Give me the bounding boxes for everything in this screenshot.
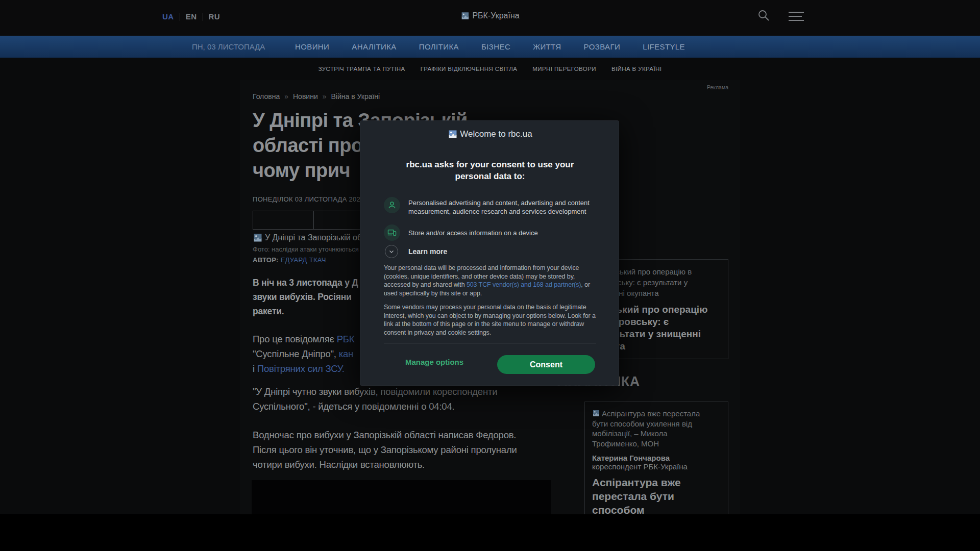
article-image-placeholder: У Дніпрі та Запорізькій об: [253, 233, 362, 243]
lang-en[interactable]: EN: [186, 12, 197, 21]
embed-placeholder[interactable]: [252, 480, 551, 514]
link-rbc[interactable]: РБК: [337, 334, 355, 344]
author-label: АВТОР:: [253, 256, 279, 264]
broken-image-icon: [460, 11, 470, 20]
article-paragraph-quote: "У Дніпрі чутно звуки вибухів, повідомил…: [253, 384, 538, 414]
nav-item-rozvahy[interactable]: РОЗВАГИ: [584, 42, 621, 51]
article-lead: В ніч на 3 листопада у Д звуки вибухів. …: [253, 276, 358, 318]
sidebar-interview-card[interactable]: Аспірантура вже перестала бути способом …: [584, 402, 728, 524]
consent-divider: [384, 343, 596, 343]
breadcrumb-separator: »: [323, 92, 327, 101]
vendors-link[interactable]: 503 TCF vendor(s) and 168 ad partner(s): [467, 281, 581, 288]
broken-image-icon: [448, 129, 458, 139]
learn-more-label[interactable]: Learn more: [408, 247, 447, 256]
menu-bar: [789, 20, 804, 21]
nav-item-lifestyle[interactable]: LIFESTYLE: [643, 42, 685, 51]
share-buttons: [253, 211, 375, 230]
navbar-menu: НОВИНИ АНАЛІТИКА ПОЛІТИКА БІЗНЕС ЖИТТЯ Р…: [0, 36, 980, 58]
menu-bar: [789, 12, 804, 13]
search-icon[interactable]: [756, 8, 771, 22]
nav-item-biznes[interactable]: БІЗНЕС: [481, 42, 510, 51]
consent-paragraph-2: Some vendors may process your personal d…: [384, 303, 598, 337]
learn-more-toggle[interactable]: [385, 245, 398, 258]
topics-strip: ЗУСТРІЧ ТРАМПА ТА ПУТІНА ГРАФІКИ ВІДКЛЮЧ…: [0, 58, 980, 80]
menu-bar: [789, 16, 802, 17]
consent-logo-alt: Welcome to rbc.ua: [460, 129, 532, 139]
lang-divider: [203, 13, 203, 21]
nav-item-polityka[interactable]: ПОЛІТИКА: [419, 42, 459, 51]
nav-item-zhyttia[interactable]: ЖИТТЯ: [533, 42, 561, 51]
personalised-ads-icon: [384, 197, 400, 213]
consent-button[interactable]: Consent: [497, 355, 595, 374]
consent-heading: rbc.ua asks for your consent to use your…: [403, 159, 577, 182]
breadcrumb-separator: »: [284, 92, 288, 101]
lang-divider: [180, 13, 180, 21]
photo-caption: Фото: наслідки атаки уточнюються: [253, 245, 359, 253]
link-channel[interactable]: кан: [339, 348, 353, 359]
consent-dialog: Welcome to rbc.ua rbc.ua asks for your c…: [360, 120, 619, 386]
nav-item-analityka[interactable]: АНАЛІТИКА: [352, 42, 396, 51]
link-air-force[interactable]: Повітряних сил ЗСУ.: [257, 363, 345, 374]
device-storage-icon: [384, 224, 400, 241]
breadcrumb: Головна » Новини » Війна в Україні: [253, 92, 380, 101]
topic-blackout-schedules[interactable]: ГРАФІКИ ВІДКЛЮЧЕННЯ СВІТЛА: [421, 66, 518, 72]
manage-options-button[interactable]: Manage options: [360, 358, 508, 366]
article-image-alt: У Дніпрі та Запорізькій об: [265, 233, 362, 242]
breadcrumb-home[interactable]: Головна: [253, 92, 280, 101]
card-author-name: Катерина Гончарова: [592, 454, 721, 462]
topic-trump-putin[interactable]: ЗУСТРІЧ ТРАМПА ТА ПУТІНА: [318, 66, 405, 72]
author-link[interactable]: ЕДУАРД ТКАЧ: [281, 256, 326, 264]
lang-ua[interactable]: UA: [162, 12, 174, 21]
topic-peace-talks[interactable]: МИРНІ ПЕРЕГОВОРИ: [532, 66, 596, 72]
breadcrumb-news[interactable]: Новини: [293, 92, 318, 101]
breadcrumb-war[interactable]: Війна в Україні: [331, 92, 380, 101]
consent-paragraph-1: Your personal data will be processed and…: [384, 264, 598, 297]
nav-item-novyny[interactable]: НОВИНИ: [295, 42, 329, 51]
site-header: UA EN RU РБК-Україна: [0, 0, 980, 36]
page-bottom-strip: [0, 514, 980, 551]
article-paragraph-zaporizhzhia: Водночас про вибухи у Запорізькій област…: [253, 428, 538, 472]
consent-purpose-2: Store and/or access information on a dev…: [408, 229, 611, 237]
consent-purpose-1: Personalised advertising and content, ad…: [408, 198, 611, 216]
lang-ru[interactable]: RU: [209, 12, 220, 21]
card-author-role: кореспондент РБК-Україна: [592, 462, 721, 471]
share-button-1[interactable]: [253, 211, 314, 230]
ad-label: Реклама: [707, 84, 728, 90]
site-logo[interactable]: РБК-Україна: [460, 11, 519, 20]
rbc-ua-page: UA EN RU РБК-Україна ПН, 03 ЛИСТОПАДА Н: [0, 0, 980, 551]
card-image-alt: Аспірантура вже перестала бути способом …: [592, 409, 721, 448]
broken-image-icon: [253, 233, 263, 243]
broken-image-icon: [592, 409, 600, 417]
language-switcher: UA EN RU: [162, 12, 220, 21]
menu-icon[interactable]: [789, 12, 804, 24]
consent-logo: Welcome to rbc.ua: [360, 129, 620, 139]
main-navbar: ПН, 03 ЛИСТОПАДА НОВИНИ АНАЛІТИКА ПОЛІТИ…: [0, 36, 980, 58]
article-author: АВТОР:ЕДУАРД ТКАЧ: [253, 256, 326, 264]
topic-war-in-ukraine[interactable]: ВІЙНА В УКРАЇНІ: [611, 66, 662, 72]
logo-text: РБК-Україна: [472, 11, 519, 20]
